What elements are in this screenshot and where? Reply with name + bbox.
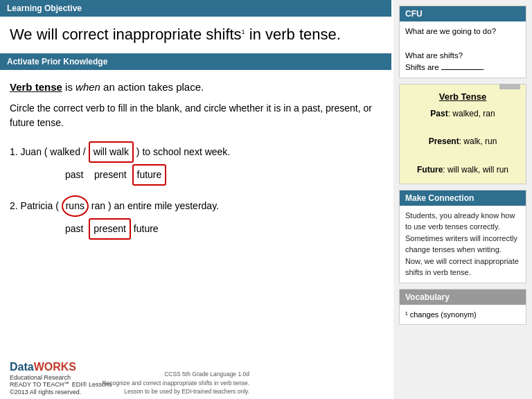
- verb-tense-card-tab: [499, 84, 520, 89]
- ex1-future: future: [132, 164, 167, 186]
- verb-tense-bold: Verb tense: [10, 81, 62, 93]
- ex2-past: past: [65, 223, 89, 234]
- exercise-1: 1. Juan ( walked / will walk ) to school…: [10, 141, 382, 186]
- footer-line3: Lesson to be used by EDI-trained teacher…: [102, 387, 249, 396]
- main-content: Learning Objective We will correct inapp…: [0, 0, 391, 399]
- vt-future-value: : will walk, will run: [443, 165, 508, 175]
- make-connection-box: Make Connection Students, you already kn…: [399, 190, 526, 283]
- vt-future-row: Future: will walk, will run: [405, 163, 520, 177]
- apk-label: Activate Prior Knowledge: [7, 57, 107, 66]
- cfu-blank: [441, 69, 483, 70]
- cfu-line1: What are we going to do?: [405, 26, 520, 37]
- main-heading-text: We will correct inappropriate shifts1 in…: [10, 26, 341, 43]
- instruction-content: Circle the correct verb to fill in the b…: [10, 103, 372, 128]
- verb-tense-end: an action takes place.: [103, 81, 204, 93]
- dataworks-sub3: ©2013 All rights reserved.: [10, 389, 112, 396]
- cfu-line3: Shifts are .: [405, 62, 520, 73]
- dataworks-brand: DataWORKS: [10, 360, 112, 373]
- ex2-future: future: [131, 223, 159, 234]
- ex1-number: 1. Juan ( walked /: [10, 146, 89, 157]
- learning-objective-label: Learning Objective: [7, 3, 82, 13]
- exercise-2-tense: past present future: [65, 218, 382, 240]
- vt-past-value: : walked, ran: [448, 109, 495, 118]
- ex2-post: ran ) an entire mile yesterday.: [89, 200, 219, 211]
- exercise-2-line: 2. Patricia ( runs ran ) an entire mile …: [10, 195, 382, 217]
- verb-tense-card: Verb Tense Past: walked, ran Present: wa…: [399, 84, 526, 184]
- cfu-period: .: [483, 63, 485, 71]
- verb-tense-when: when: [76, 81, 100, 93]
- dataworks-logo: DataWORKS Educational Research READY TO …: [10, 360, 112, 396]
- verb-tense-card-title: Verb Tense: [405, 90, 520, 105]
- instruction-text: Circle the correct verb to fill in the b…: [10, 101, 382, 130]
- cfu-line2: What are shifts?: [405, 50, 520, 62]
- exercise-2: 2. Patricia ( runs ran ) an entire mile …: [10, 195, 382, 240]
- sidebar: CFU What are we going to do? What are sh…: [393, 0, 532, 399]
- verb-tense-is: is: [65, 81, 76, 93]
- footer-line2: Recognize and correct inappropriate shif…: [102, 379, 249, 388]
- verb-tense-intro: Verb tense is when an action takes place…: [10, 81, 382, 93]
- cfu-header: CFU: [400, 6, 526, 21]
- vt-present-label: Present: [429, 136, 459, 146]
- vocabulary-body: ¹ changes (synonym): [400, 305, 526, 325]
- section-content: Verb tense is when an action takes place…: [0, 77, 391, 254]
- vt-future-label: Future: [417, 165, 443, 175]
- vocabulary-box: Vocabulary ¹ changes (synonym): [399, 289, 526, 326]
- footer-right: CCSS 5th Grade Language 1.0d Recognize a…: [102, 370, 249, 396]
- cfu-body: What are we going to do? What are shifts…: [400, 21, 526, 78]
- ex2-present: present: [89, 218, 131, 240]
- exercise-1-tense: past present future: [65, 164, 382, 186]
- ex2-answer: runs: [62, 195, 89, 217]
- dataworks-sub2: READY TO TEACH℠ EDI® Lessons: [10, 381, 112, 389]
- apk-banner: Activate Prior Knowledge: [0, 53, 391, 70]
- learning-objective-banner: Learning Objective: [0, 0, 391, 17]
- vt-present-value: : walk, run: [459, 136, 497, 146]
- works-part: WORKS: [34, 361, 76, 373]
- make-connection-header: Make Connection: [400, 190, 526, 206]
- ex1-past: past present: [65, 169, 132, 180]
- footer-line1: CCSS 5th Grade Language 1.0d: [102, 370, 249, 379]
- ex2-number: 2. Patricia (: [10, 200, 62, 211]
- vt-present-row: Present: walk, run: [405, 135, 520, 148]
- dataworks-brand-text: DataWORKS: [10, 361, 76, 373]
- sup-1: 1: [242, 28, 245, 35]
- cfu-box: CFU What are we going to do? What are sh…: [399, 6, 526, 78]
- cfu-shifts-text: Shifts are: [405, 63, 441, 71]
- dataworks-sub1: Educational Research: [10, 374, 112, 382]
- ex1-answer: will walk: [89, 141, 134, 163]
- main-heading: We will correct inappropriate shifts1 in…: [0, 17, 391, 53]
- ex1-post: ) to school next week.: [134, 146, 230, 157]
- vt-past-row: Past: walked, ran: [405, 107, 520, 121]
- exercise-1-line: 1. Juan ( walked / will walk ) to school…: [10, 141, 382, 163]
- vocabulary-header: Vocabulary: [400, 290, 526, 305]
- data-part: Data: [10, 361, 34, 373]
- vt-past-label: Past: [430, 109, 447, 118]
- make-connection-body: Students, you already know how to use ve…: [400, 206, 526, 283]
